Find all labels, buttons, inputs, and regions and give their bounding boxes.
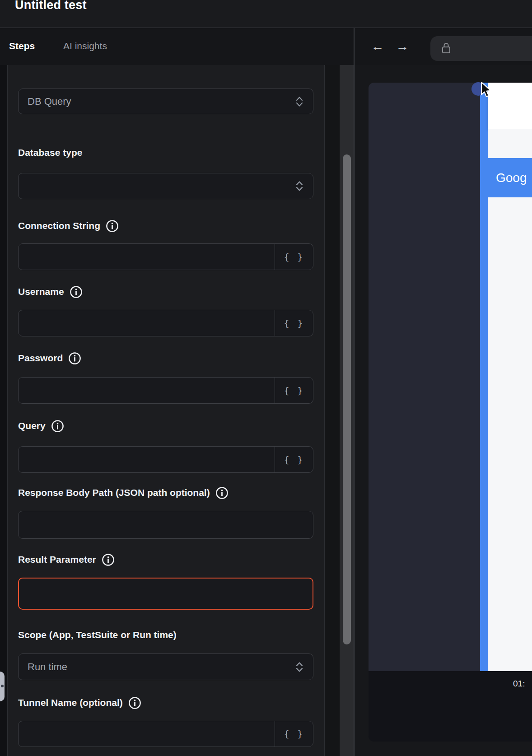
- step-type-select[interactable]: DB Query: [18, 89, 313, 114]
- expression-button-tunnel-name[interactable]: { }: [275, 721, 313, 747]
- edge-handle-button[interactable]: [0, 672, 5, 701]
- info-icon-response-body-path[interactable]: [215, 486, 229, 499]
- preview-white-card: [488, 83, 532, 129]
- left-gutter: [0, 65, 7, 756]
- playback-bar: [369, 671, 532, 742]
- step-settings-panel: [7, 65, 325, 756]
- google-button-label: Goog: [488, 171, 527, 185]
- info-icon-connection-string[interactable]: [106, 219, 119, 233]
- pane-gap: [325, 65, 340, 756]
- info-icon-result-parameter[interactable]: [102, 553, 115, 566]
- field-label-database-type: Database type: [18, 146, 82, 159]
- browser-back-button[interactable]: ←: [369, 38, 386, 54]
- lock-icon: [441, 42, 451, 56]
- field-label-text-connection-string: Connection String: [18, 220, 100, 231]
- field-select-scope[interactable]: Run time: [18, 653, 313, 680]
- field-label-password: Password: [18, 351, 81, 365]
- field-select-database-type[interactable]: [18, 173, 313, 199]
- preview-page-dark-area[interactable]: [369, 83, 480, 671]
- expression-button-username[interactable]: { }: [275, 310, 313, 336]
- field-label-connection-string: Connection String: [18, 219, 119, 233]
- field-label-text-password: Password: [18, 353, 63, 364]
- forward-arrow-icon: →: [396, 39, 409, 54]
- field-label-text-query: Query: [18, 420, 46, 431]
- field-label-text-response-body-path: Response Body Path (JSON path optional): [18, 487, 210, 498]
- field-label-query: Query: [18, 419, 64, 433]
- field-label-text-tunnel-name: Tunnel Name (optional): [18, 697, 123, 708]
- expression-button-password[interactable]: { }: [275, 378, 313, 403]
- field-label-result-parameter: Result Parameter: [18, 553, 115, 566]
- chevron-updown-icon: [286, 95, 313, 108]
- chevron-updown-icon: [286, 180, 313, 192]
- field-label-username: Username: [18, 285, 83, 299]
- field-input-result-parameter[interactable]: [18, 578, 313, 610]
- google-signin-button[interactable]: Goog: [488, 158, 532, 197]
- browser-forward-button[interactable]: →: [394, 38, 411, 54]
- field-input-connection-string[interactable]: { }: [18, 243, 313, 270]
- field-input-query[interactable]: { }: [18, 446, 313, 473]
- field-input-response-body-path[interactable]: [18, 511, 313, 539]
- chevron-updown-icon: [286, 661, 313, 673]
- field-value-scope: Run time: [19, 661, 286, 673]
- field-label-response-body-path: Response Body Path (JSON path optional): [18, 486, 229, 499]
- tab-toolbar-row: Steps AI insights ← →: [0, 28, 532, 66]
- field-label-text-username: Username: [18, 286, 64, 297]
- expression-button-connection-string[interactable]: { }: [275, 244, 313, 270]
- expression-button-query[interactable]: { }: [275, 447, 313, 472]
- top-bar: Untitled test: [0, 0, 532, 28]
- field-label-text-scope: Scope (App, TestSuite or Run time): [18, 630, 177, 640]
- info-icon-query[interactable]: [51, 420, 64, 433]
- field-input-tunnel-name[interactable]: { }: [18, 721, 313, 747]
- preview-gray-area-top: [488, 129, 532, 158]
- field-label-text-result-parameter: Result Parameter: [18, 554, 96, 565]
- field-input-username[interactable]: { }: [18, 310, 313, 336]
- step-type-value: DB Query: [19, 96, 286, 107]
- edge-handle-dot: [1, 685, 4, 687]
- tab-ai-insights[interactable]: AI insights: [63, 41, 107, 51]
- field-label-scope: Scope (App, TestSuite or Run time): [18, 628, 177, 642]
- field-label-text-database-type: Database type: [18, 147, 82, 158]
- preview-blue-strip: [480, 83, 488, 671]
- scrollbar-thumb[interactable]: [343, 154, 351, 644]
- back-arrow-icon: ←: [371, 39, 384, 54]
- info-icon-username[interactable]: [70, 285, 83, 299]
- field-input-password[interactable]: { }: [18, 377, 313, 404]
- tab-steps[interactable]: Steps: [9, 41, 35, 51]
- info-icon-password[interactable]: [68, 352, 81, 365]
- preview-gray-area-bottom: [488, 197, 532, 671]
- mouse-cursor-icon: [480, 82, 493, 100]
- playback-timestamp: 01:: [513, 679, 525, 689]
- field-label-tunnel-name: Tunnel Name (optional): [18, 696, 141, 709]
- page-title: Untitled test: [15, 0, 87, 12]
- browser-url-bar[interactable]: [430, 36, 532, 61]
- info-icon-tunnel-name[interactable]: [128, 696, 141, 709]
